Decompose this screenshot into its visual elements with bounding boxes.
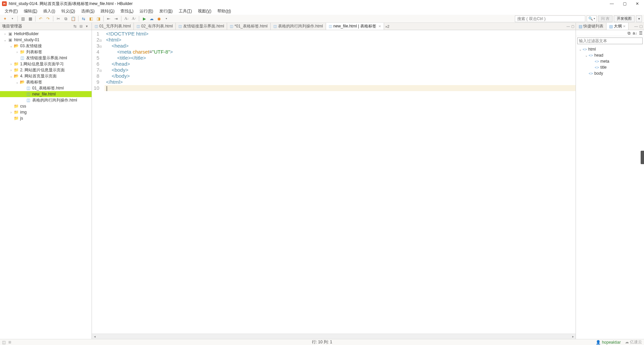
maximize-panel-icon[interactable]: ▢ xyxy=(639,24,643,28)
bookmark-button[interactable]: ◧ xyxy=(88,16,94,22)
menu-帮助[interactable]: 帮助(H) xyxy=(215,8,234,15)
editor-tab[interactable]: ◫表格的跨行跨列操作.html xyxy=(271,23,326,30)
close-icon[interactable]: ✕ xyxy=(623,24,626,28)
search-input[interactable] xyxy=(515,15,585,22)
file-icon: ◫ xyxy=(329,24,332,28)
menu-文件[interactable]: 文件(F) xyxy=(2,8,20,15)
outline-tab[interactable]: ▤快捷键列表 xyxy=(576,23,606,30)
tree-item[interactable]: ›📁2. 网站图片信息显示页面 xyxy=(0,67,92,73)
outline-item[interactable]: <>body xyxy=(576,70,644,76)
editor-tab[interactable]: ◫友情链接显示界面.html xyxy=(176,23,227,30)
tree-item[interactable]: ⌄📂表格标签 xyxy=(0,79,92,85)
scroll-right-icon[interactable]: ▸ xyxy=(570,335,576,338)
menu-插入[interactable]: 插入(I) xyxy=(41,8,58,15)
minimize-button[interactable]: — xyxy=(608,1,615,6)
minimize-panel-icon[interactable]: — xyxy=(634,24,638,28)
indent-button[interactable]: ⇥ xyxy=(113,16,119,22)
separator xyxy=(35,16,36,21)
tree-item[interactable]: ◫01_表格标签.html xyxy=(0,85,92,91)
outdent-button[interactable]: ⇤ xyxy=(106,16,112,22)
browser-preview-button[interactable]: ◉ xyxy=(156,16,162,22)
font-larger-button[interactable]: A↑ xyxy=(131,16,137,22)
maximize-panel-icon[interactable]: ▢ xyxy=(571,24,574,28)
outline-menu-icon[interactable]: ☰ xyxy=(639,31,643,36)
panel-menu-icon[interactable]: ▾ xyxy=(84,24,90,29)
outline-tab[interactable]: ▤大纲✕ xyxy=(606,23,629,30)
tree-item[interactable]: ◫new_file.html xyxy=(0,91,92,97)
save-all-button[interactable]: ▦ xyxy=(27,16,33,22)
menu-发行[interactable]: 发行(B) xyxy=(157,8,175,15)
paste-button[interactable]: 📋 xyxy=(70,16,76,22)
tree-item[interactable]: ›📁1.网站信息显示页面学习 xyxy=(0,61,92,67)
cut-button[interactable]: ✂ xyxy=(55,16,61,22)
run-button[interactable]: ▶ xyxy=(141,16,147,22)
collapse-all-icon[interactable]: ⊟ xyxy=(78,24,84,29)
project-tree[interactable]: ›▣HelloHBuilder⌄▣html_study-01⌄📂03.友情链接›… xyxy=(0,30,92,339)
menu-查找[interactable]: 查找(L) xyxy=(118,8,136,15)
cloud-link[interactable]: ☁ 亿速云 xyxy=(625,339,642,345)
horizontal-scrollbar[interactable]: ◂ ▸ xyxy=(92,334,576,339)
editor-tab[interactable]: ◫01_无序列表.html xyxy=(92,23,134,30)
toggle-button[interactable]: ⇆ xyxy=(80,16,87,22)
tree-item[interactable]: ⌄▣html_study-01 xyxy=(0,37,92,43)
font-smaller-button[interactable]: A↓ xyxy=(123,16,129,22)
outline-item[interactable]: <>meta xyxy=(576,58,644,64)
menu-选择[interactable]: 选择(S) xyxy=(78,8,97,15)
copy-button[interactable]: ⧉ xyxy=(63,16,69,22)
tree-item[interactable]: 📁css xyxy=(0,103,92,109)
editor-tab[interactable]: ◫new_file.html | 表格标签✕ xyxy=(326,23,384,30)
scroll-left-icon[interactable]: ◂ xyxy=(92,335,97,338)
code-editor[interactable]: 12⊟3⊟4567⊟8910 <!DOCTYPE html><html> <he… xyxy=(92,30,576,334)
tree-item[interactable]: ›▣HelloHBuilder xyxy=(0,31,92,37)
line-gutter: 12⊟3⊟4567⊟8910 xyxy=(92,30,105,334)
outline-alpha-icon[interactable]: a↓ xyxy=(633,31,637,36)
tab-overflow[interactable]: »2 xyxy=(384,23,391,30)
tree-item[interactable]: ›📁img xyxy=(0,109,92,115)
search-dropdown[interactable]: 🔍 ▾ xyxy=(587,15,597,22)
separator xyxy=(121,16,121,21)
tree-item[interactable]: 📁js xyxy=(0,115,92,121)
file-icon: ◫ xyxy=(273,24,277,28)
outline-item[interactable]: ⌄<>head xyxy=(576,52,644,58)
menu-运行[interactable]: 运行(R) xyxy=(137,8,156,15)
menu-转义[interactable]: 转义(O) xyxy=(59,8,78,15)
close-button[interactable]: ✕ xyxy=(634,1,641,6)
tree-item[interactable]: ◫友情链接显示界面.html xyxy=(0,55,92,61)
save-button[interactable]: ▥ xyxy=(20,16,26,22)
editor-tab[interactable]: ◫02_有序列表.html xyxy=(134,23,176,30)
tree-item[interactable]: ◫表格的跨行跨列操作.html xyxy=(0,97,92,103)
tree-item[interactable]: ›📁列表标签 xyxy=(0,49,92,55)
menu-跳转[interactable]: 跳转(G) xyxy=(98,8,117,15)
feedback-button[interactable]: 问 吉 xyxy=(598,15,612,22)
close-tab-icon[interactable]: ✕ xyxy=(378,24,381,28)
outline-sort-icon[interactable]: ⧉ xyxy=(628,31,631,36)
new-dropdown[interactable]: ▾ xyxy=(9,16,15,22)
menu-视图[interactable]: 视图(V) xyxy=(195,8,214,15)
editor-tab[interactable]: ◫*01_表格标签.html xyxy=(227,23,271,30)
tree-item[interactable]: ⌄📂03.友情链接 xyxy=(0,43,92,49)
preview-dropdown[interactable]: ▾ xyxy=(163,16,169,22)
right-dock-handle[interactable] xyxy=(641,151,644,164)
maximize-button[interactable]: ▢ xyxy=(621,1,628,6)
sidebar-panel-header: 项目管理器 ⇆ ⊟ ▾ xyxy=(0,23,92,30)
link-editor-icon[interactable]: ⇆ xyxy=(72,24,77,29)
user-link[interactable]: 👤 hopeaktiar xyxy=(596,340,621,345)
view-dropdown[interactable]: ▾ xyxy=(636,15,642,22)
outline-filter-input[interactable] xyxy=(577,38,643,44)
outline-tree[interactable]: ⌄<>html⌄<>head<>meta<>title<>body xyxy=(576,46,644,339)
nav-button[interactable]: ◨ xyxy=(95,16,101,22)
outline-item[interactable]: ⌄<>html xyxy=(576,46,644,52)
new-button[interactable]: + xyxy=(2,16,8,22)
code-content[interactable]: <!DOCTYPE html><html> <head> <meta chars… xyxy=(105,30,576,334)
sidebar-title: 项目管理器 xyxy=(2,23,71,29)
menu-工具[interactable]: 工具(T) xyxy=(176,8,195,15)
dev-view-button[interactable]: 开发视图 xyxy=(614,15,635,22)
cloud-button[interactable]: ☁ xyxy=(149,16,155,22)
right-panel-tabs: ▤快捷键列表▤大纲✕—▢ xyxy=(576,23,644,30)
undo-button[interactable]: ↶ xyxy=(38,16,44,22)
menu-编辑[interactable]: 编辑(E) xyxy=(21,8,40,15)
redo-button[interactable]: ↷ xyxy=(45,16,51,22)
tree-item[interactable]: ⌄📂4. 网站首页显示页面 xyxy=(0,73,92,79)
outline-item[interactable]: <>title xyxy=(576,64,644,70)
minimize-panel-icon[interactable]: — xyxy=(567,24,570,28)
